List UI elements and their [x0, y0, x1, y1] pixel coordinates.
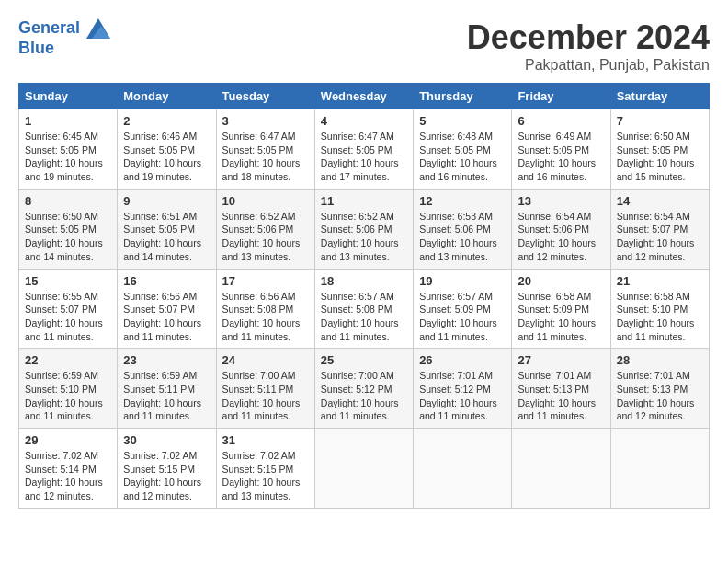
day-cell: 31Sunrise: 7:02 AMSunset: 5:15 PMDayligh…	[216, 429, 314, 509]
day-cell: 10Sunrise: 6:52 AMSunset: 5:06 PMDayligh…	[216, 189, 314, 269]
week-row-2: 8Sunrise: 6:50 AMSunset: 5:05 PMDaylight…	[19, 189, 710, 269]
day-cell: 15Sunrise: 6:55 AMSunset: 5:07 PMDayligh…	[19, 269, 118, 349]
day-cell	[314, 429, 413, 509]
day-number: 31	[222, 433, 309, 447]
logo: General Blue	[18, 18, 110, 58]
day-number: 17	[222, 274, 309, 288]
day-detail: Sunrise: 7:00 AMSunset: 5:11 PMDaylight:…	[222, 369, 309, 423]
day-cell: 22Sunrise: 6:59 AMSunset: 5:10 PMDayligh…	[19, 349, 118, 429]
day-detail: Sunrise: 6:57 AMSunset: 5:09 PMDaylight:…	[419, 290, 506, 344]
day-detail: Sunrise: 6:53 AMSunset: 5:06 PMDaylight:…	[419, 210, 506, 264]
day-header-monday: Monday	[118, 84, 216, 109]
day-number: 18	[321, 274, 407, 288]
day-detail: Sunrise: 6:52 AMSunset: 5:06 PMDaylight:…	[222, 210, 309, 264]
day-number: 23	[123, 353, 210, 367]
day-number: 3	[222, 114, 309, 128]
day-header-tuesday: Tuesday	[216, 84, 314, 109]
day-number: 4	[321, 114, 407, 128]
header: General Blue December 2024 Pakpattan, Pu…	[18, 18, 710, 74]
day-cell: 30Sunrise: 7:02 AMSunset: 5:15 PMDayligh…	[118, 429, 216, 509]
day-cell: 19Sunrise: 6:57 AMSunset: 5:09 PMDayligh…	[414, 269, 512, 349]
day-cell: 11Sunrise: 6:52 AMSunset: 5:06 PMDayligh…	[314, 189, 413, 269]
day-number: 9	[123, 194, 210, 208]
day-number: 8	[25, 194, 111, 208]
day-number: 22	[25, 353, 111, 367]
day-detail: Sunrise: 6:47 AMSunset: 5:05 PMDaylight:…	[321, 130, 407, 184]
day-number: 2	[123, 114, 210, 128]
day-cell	[512, 429, 610, 509]
calendar-table: SundayMondayTuesdayWednesdayThursdayFrid…	[18, 83, 710, 509]
day-detail: Sunrise: 7:02 AMSunset: 5:15 PMDaylight:…	[123, 449, 210, 503]
day-header-thursday: Thursday	[414, 84, 512, 109]
days-header-row: SundayMondayTuesdayWednesdayThursdayFrid…	[19, 84, 710, 109]
day-detail: Sunrise: 7:02 AMSunset: 5:14 PMDaylight:…	[25, 449, 111, 503]
day-cell: 28Sunrise: 7:01 AMSunset: 5:13 PMDayligh…	[610, 349, 709, 429]
day-number: 28	[617, 353, 703, 367]
day-detail: Sunrise: 6:56 AMSunset: 5:07 PMDaylight:…	[123, 290, 210, 344]
day-number: 15	[25, 274, 111, 288]
day-detail: Sunrise: 6:54 AMSunset: 5:07 PMDaylight:…	[617, 210, 703, 264]
day-cell: 14Sunrise: 6:54 AMSunset: 5:07 PMDayligh…	[610, 189, 709, 269]
day-detail: Sunrise: 7:02 AMSunset: 5:15 PMDaylight:…	[222, 449, 309, 503]
week-row-4: 22Sunrise: 6:59 AMSunset: 5:10 PMDayligh…	[19, 349, 710, 429]
week-row-3: 15Sunrise: 6:55 AMSunset: 5:07 PMDayligh…	[19, 269, 710, 349]
day-detail: Sunrise: 6:48 AMSunset: 5:05 PMDaylight:…	[419, 130, 506, 184]
day-number: 10	[222, 194, 309, 208]
day-detail: Sunrise: 6:51 AMSunset: 5:05 PMDaylight:…	[123, 210, 210, 264]
day-cell: 24Sunrise: 7:00 AMSunset: 5:11 PMDayligh…	[216, 349, 314, 429]
day-detail: Sunrise: 6:59 AMSunset: 5:10 PMDaylight:…	[25, 369, 111, 423]
day-cell: 21Sunrise: 6:58 AMSunset: 5:10 PMDayligh…	[610, 269, 709, 349]
day-detail: Sunrise: 7:00 AMSunset: 5:12 PMDaylight:…	[321, 369, 407, 423]
logo-text: General	[18, 18, 110, 39]
day-detail: Sunrise: 6:58 AMSunset: 5:09 PMDaylight:…	[518, 290, 604, 344]
day-cell: 3Sunrise: 6:47 AMSunset: 5:05 PMDaylight…	[216, 109, 314, 190]
day-cell	[610, 429, 709, 509]
day-cell: 18Sunrise: 6:57 AMSunset: 5:08 PMDayligh…	[314, 269, 413, 349]
day-detail: Sunrise: 6:49 AMSunset: 5:05 PMDaylight:…	[518, 130, 604, 184]
day-detail: Sunrise: 7:01 AMSunset: 5:13 PMDaylight:…	[617, 369, 703, 423]
day-cell: 26Sunrise: 7:01 AMSunset: 5:12 PMDayligh…	[414, 349, 512, 429]
day-number: 5	[419, 114, 506, 128]
month-title: December 2024	[467, 18, 710, 57]
day-detail: Sunrise: 7:01 AMSunset: 5:13 PMDaylight:…	[518, 369, 604, 423]
day-detail: Sunrise: 6:55 AMSunset: 5:07 PMDaylight:…	[25, 290, 111, 344]
day-number: 11	[321, 194, 407, 208]
day-cell: 1Sunrise: 6:45 AMSunset: 5:05 PMDaylight…	[19, 109, 118, 190]
day-cell: 4Sunrise: 6:47 AMSunset: 5:05 PMDaylight…	[314, 109, 413, 190]
day-number: 21	[617, 274, 703, 288]
day-cell: 13Sunrise: 6:54 AMSunset: 5:06 PMDayligh…	[512, 189, 610, 269]
day-number: 12	[419, 194, 506, 208]
logo-icon	[86, 18, 110, 39]
day-number: 14	[617, 194, 703, 208]
day-cell: 8Sunrise: 6:50 AMSunset: 5:05 PMDaylight…	[19, 189, 118, 269]
day-number: 30	[123, 433, 210, 447]
day-header-saturday: Saturday	[610, 84, 709, 109]
day-number: 7	[617, 114, 703, 128]
day-cell: 7Sunrise: 6:50 AMSunset: 5:05 PMDaylight…	[610, 109, 709, 190]
day-cell: 17Sunrise: 6:56 AMSunset: 5:08 PMDayligh…	[216, 269, 314, 349]
day-detail: Sunrise: 6:52 AMSunset: 5:06 PMDaylight:…	[321, 210, 407, 264]
day-detail: Sunrise: 6:47 AMSunset: 5:05 PMDaylight:…	[222, 130, 309, 184]
week-row-5: 29Sunrise: 7:02 AMSunset: 5:14 PMDayligh…	[19, 429, 710, 509]
day-cell: 25Sunrise: 7:00 AMSunset: 5:12 PMDayligh…	[314, 349, 413, 429]
day-header-wednesday: Wednesday	[314, 84, 413, 109]
day-detail: Sunrise: 6:59 AMSunset: 5:11 PMDaylight:…	[123, 369, 210, 423]
day-cell: 23Sunrise: 6:59 AMSunset: 5:11 PMDayligh…	[118, 349, 216, 429]
day-cell: 16Sunrise: 6:56 AMSunset: 5:07 PMDayligh…	[118, 269, 216, 349]
day-detail: Sunrise: 6:50 AMSunset: 5:05 PMDaylight:…	[617, 130, 703, 184]
title-section: December 2024 Pakpattan, Punjab, Pakista…	[467, 18, 710, 74]
logo-blue-text: Blue	[18, 39, 110, 58]
day-detail: Sunrise: 6:57 AMSunset: 5:08 PMDaylight:…	[321, 290, 407, 344]
day-detail: Sunrise: 6:45 AMSunset: 5:05 PMDaylight:…	[25, 130, 111, 184]
day-cell: 9Sunrise: 6:51 AMSunset: 5:05 PMDaylight…	[118, 189, 216, 269]
day-number: 6	[518, 114, 604, 128]
day-detail: Sunrise: 7:01 AMSunset: 5:12 PMDaylight:…	[419, 369, 506, 423]
day-detail: Sunrise: 6:56 AMSunset: 5:08 PMDaylight:…	[222, 290, 309, 344]
day-number: 19	[419, 274, 506, 288]
day-detail: Sunrise: 6:50 AMSunset: 5:05 PMDaylight:…	[25, 210, 111, 264]
day-cell: 27Sunrise: 7:01 AMSunset: 5:13 PMDayligh…	[512, 349, 610, 429]
day-number: 29	[25, 433, 111, 447]
day-header-sunday: Sunday	[19, 84, 118, 109]
day-cell: 2Sunrise: 6:46 AMSunset: 5:05 PMDaylight…	[118, 109, 216, 190]
day-detail: Sunrise: 6:46 AMSunset: 5:05 PMDaylight:…	[123, 130, 210, 184]
